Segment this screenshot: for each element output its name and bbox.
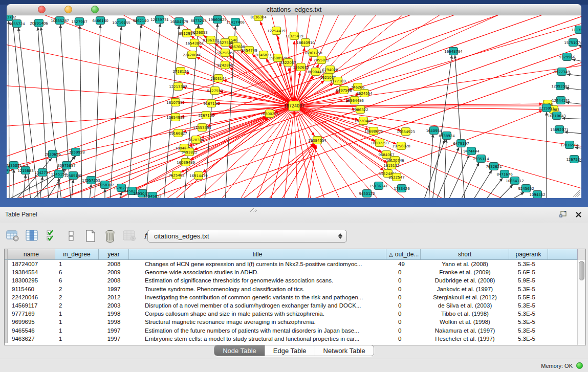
new-table-icon[interactable] <box>83 229 98 244</box>
graph-node[interactable]: 7632621 <box>486 163 502 170</box>
cell-pagerank: 5.3E-5 <box>509 318 548 326</box>
network-canvas[interactable]: 1132541918640910169617587955812899044867… <box>7 15 581 198</box>
tab-node-table[interactable]: Node Table <box>214 345 265 356</box>
graph-node[interactable]: 1733426 <box>394 185 410 192</box>
graph-node[interactable]: 12093582 <box>551 82 570 90</box>
svg-text:2020656: 2020656 <box>45 152 61 157</box>
graph-node[interactable]: 12254419 <box>267 27 286 35</box>
graph-node[interactable]: 11353594 <box>193 124 211 132</box>
table-row[interactable]: 1872400712008Changes of HCN gene express… <box>5 260 585 268</box>
graph-node[interactable]: 19860825 <box>208 16 227 24</box>
column-header-name[interactable]: name <box>8 249 55 259</box>
table-row[interactable]: 2242004622012Investigating the contribut… <box>5 293 585 301</box>
table-settings-icon[interactable] <box>5 229 20 244</box>
graph-node[interactable]: 11417406 <box>226 18 245 26</box>
graph-node[interactable]: 18640910 <box>296 39 315 47</box>
svg-text:10654112: 10654112 <box>506 179 524 183</box>
graph-node[interactable]: 1640954 <box>426 127 442 135</box>
graph-node[interactable]: 9245652 <box>518 185 534 192</box>
vertical-scrollbar[interactable] <box>577 260 585 345</box>
column-header-title[interactable]: title <box>129 249 386 259</box>
table-row[interactable]: 1830029562008Estimation of significance … <box>5 276 585 285</box>
column-header-year[interactable]: year <box>99 249 129 259</box>
svg-text:9227349: 9227349 <box>554 70 570 74</box>
graph-node[interactable]: 10719155 <box>112 19 130 27</box>
show-column-icon[interactable] <box>25 229 39 244</box>
graph-node[interactable]: 12213387 <box>169 83 187 91</box>
graph-node[interactable]: 11325419 <box>285 32 303 40</box>
graph-node[interactable]: 16914479 <box>189 172 208 180</box>
graph-node[interactable]: 16604579 <box>170 18 188 26</box>
graph-node[interactable]: 12439731 <box>150 16 169 24</box>
view-resize-grip-icon[interactable] <box>573 190 580 197</box>
graph-node[interactable]: 16543862 <box>185 39 204 47</box>
graph-node[interactable]: 15136141 <box>369 182 388 190</box>
graph-node[interactable]: 19654923 <box>397 128 415 136</box>
graph-node[interactable]: 1215683 <box>17 167 33 174</box>
cell-short: Hescheler et al. (1997) <box>421 335 509 343</box>
table-row[interactable]: 911546021997Tourette syndrome. Phenomeno… <box>5 285 585 293</box>
row-height-icon[interactable] <box>63 229 78 244</box>
graph-node[interactable]: 10654112 <box>506 177 524 185</box>
tab-network-table[interactable]: Network Table <box>315 345 374 356</box>
graph-node[interactable]: 8471676 <box>496 170 513 178</box>
graph-node[interactable]: 19166827 <box>169 129 187 137</box>
close-panel-icon[interactable] <box>575 211 582 220</box>
graph-node[interactable]: 16039489 <box>177 159 195 166</box>
table-select-dropdown[interactable]: citations_edges.txt <box>147 230 347 243</box>
column-header-pagerank[interactable]: pagerank <box>509 249 548 259</box>
graph-node[interactable]: 8136304 <box>250 15 267 21</box>
svg-text:15692971: 15692971 <box>550 128 569 132</box>
graph-node[interactable]: 30975887 <box>57 162 76 169</box>
graph-node[interactable]: 8873245 <box>190 17 206 25</box>
column-header-in_degree[interactable]: in_degree <box>55 249 99 259</box>
svg-text:7986322: 7986322 <box>352 108 368 112</box>
graph-node[interactable]: 9242848 <box>217 61 233 69</box>
graph-node[interactable]: 26364486 <box>345 97 364 104</box>
graph-node[interactable]: 9450122 <box>359 190 375 198</box>
delete-table-icon[interactable] <box>102 229 117 244</box>
graph-node[interactable]: 22420046 <box>183 51 201 59</box>
svg-text:19166827: 19166827 <box>169 132 187 136</box>
table-header-row: namein_degreeyeartitle△out_de...shortpag… <box>5 249 585 260</box>
tab-edge-table[interactable]: Edge Table <box>265 345 315 356</box>
svg-text:1362615: 1362615 <box>293 65 309 70</box>
graph-node[interactable]: 20891406 <box>30 19 48 27</box>
graph-node[interactable]: 6466160 <box>92 17 108 25</box>
graph-node[interactable]: 16961758 <box>304 49 322 57</box>
table-row[interactable]: 946554611997Estimation of the future num… <box>5 326 585 335</box>
network-view[interactable]: 1132541918640910169617587955812899044867… <box>7 15 581 198</box>
float-panel-icon[interactable] <box>559 211 567 220</box>
graph-node[interactable]: 1094452 <box>529 191 545 199</box>
graph-node[interactable]: 9862140 <box>133 17 148 25</box>
graph-node[interactable]: 9474444 <box>463 147 480 155</box>
graph-node[interactable]: 12444131 <box>552 97 570 104</box>
graph-node[interactable]: 1267534 <box>566 156 581 163</box>
splitter-grip-icon[interactable] <box>249 205 258 210</box>
graph-node[interactable]: 7625402 <box>168 171 184 179</box>
graph-node[interactable]: 6479197 <box>453 140 469 147</box>
cell-year: 1998 <box>99 310 129 318</box>
graph-node[interactable]: 8990448 <box>308 68 323 76</box>
cell-title: Tourette syndrome. Phenomenology and cla… <box>129 285 386 293</box>
window-titlebar[interactable]: citations_edges.txt <box>7 4 581 15</box>
select-rows-icon[interactable] <box>44 229 59 244</box>
graph-node[interactable]: 19756928 <box>392 142 410 150</box>
column-header-out_de[interactable]: △out_de... <box>386 249 421 259</box>
column-header-short[interactable]: short <box>421 249 509 259</box>
graph-node[interactable]: 2020656 <box>45 150 61 158</box>
table-row[interactable]: 969969511998Structural magnetic resonanc… <box>5 318 585 326</box>
graph-node[interactable]: 1117534 <box>571 26 581 34</box>
cell-year: 2003 <box>99 301 129 310</box>
table-row[interactable]: 977716911998Corpus callosum shape and si… <box>5 310 585 318</box>
scrollbar-thumb[interactable] <box>579 261 584 280</box>
table-row[interactable]: 946362711997Embryonic stem cells: a mode… <box>5 335 585 343</box>
graph-node[interactable]: 1527907 <box>71 18 87 26</box>
table-row[interactable]: 1456911722003Disruption of a novel membe… <box>5 301 585 310</box>
table-panel: Table Panel f(x) citations_edges.txt nam… <box>0 207 588 372</box>
graph-node[interactable]: 10688609 <box>364 127 383 135</box>
svg-text:9427552: 9427552 <box>207 89 223 93</box>
table-row[interactable]: 1938455462009Genome-wide association stu… <box>5 268 585 276</box>
svg-text:16543862: 16543862 <box>185 41 204 46</box>
graph-node[interactable]: 17359928 <box>67 148 85 156</box>
